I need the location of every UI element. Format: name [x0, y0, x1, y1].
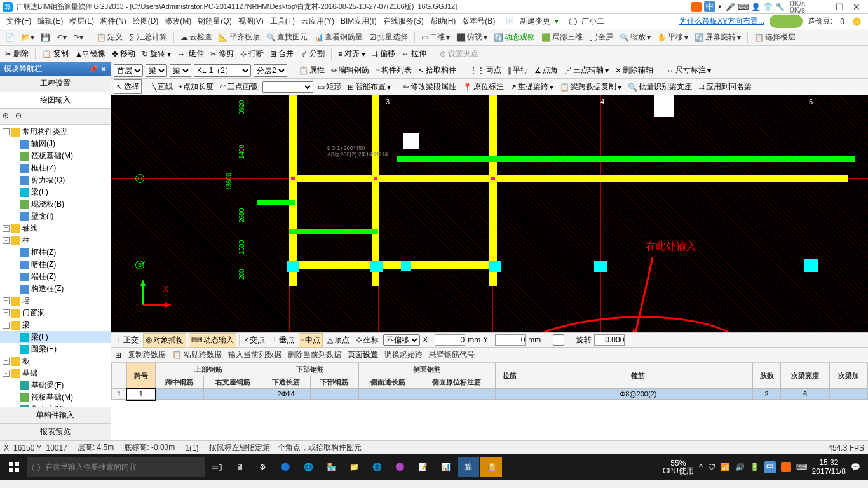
- expand-toggle-icon[interactable]: +: [3, 309, 10, 316]
- apply-same-button[interactable]: ⇉ 应用到同名梁: [696, 80, 754, 93]
- split-button[interactable]: ⫽ 分割: [297, 47, 327, 60]
- tree-item[interactable]: 基础梁(F): [0, 379, 111, 391]
- select-floor-button[interactable]: 📋 选择楼层: [752, 30, 798, 44]
- tree-expand-icon[interactable]: ⊕: [3, 111, 13, 121]
- expand-toggle-icon[interactable]: -: [3, 237, 10, 244]
- tree-item[interactable]: 构造柱(Z): [0, 283, 111, 295]
- tree-item[interactable]: 框柱(Z): [0, 162, 111, 174]
- tree-item[interactable]: 壁龛(I): [0, 210, 111, 222]
- ime-keyboard-icon[interactable]: ⌨: [738, 3, 749, 11]
- close-button[interactable]: ✕: [853, 2, 860, 12]
- ime-tool-icon[interactable]: 🔧: [775, 3, 785, 11]
- zoom-button[interactable]: 🔍 缩放 ▾: [617, 30, 653, 44]
- menu-rebar[interactable]: 钢筋量(Q): [195, 15, 234, 28]
- tray-sogou-icon[interactable]: [781, 462, 791, 472]
- rotate-checkbox[interactable]: [543, 334, 574, 346]
- panel-close-icon[interactable]: ✕: [100, 65, 107, 74]
- offset-mode-select[interactable]: 不偏移: [383, 334, 420, 346]
- taskbar-app-10[interactable]: 📊: [435, 457, 456, 477]
- activity-pill[interactable]: [770, 15, 803, 28]
- tree-item[interactable]: 筏板基础(M): [0, 150, 111, 162]
- offset-button[interactable]: ⇉ 偏移: [369, 47, 398, 60]
- table-row[interactable]: 1 1 2Φ14 Φ8@200(2) 2 6: [112, 389, 868, 400]
- perp-snap[interactable]: ⊥ 垂点: [269, 334, 296, 347]
- mod-span-attr-button[interactable]: ✏ 修改梁段属性: [401, 80, 458, 93]
- cell-tie[interactable]: [496, 389, 524, 400]
- rect-tool-button[interactable]: ▭ 矩形: [316, 80, 343, 93]
- tree-item[interactable]: +板: [0, 355, 111, 367]
- taskbar-app-12[interactable]: 📔: [480, 457, 502, 477]
- col-secwidth[interactable]: 次梁宽度: [781, 363, 829, 389]
- line-tool-button[interactable]: ╲ 直线: [150, 80, 175, 93]
- col-legs[interactable]: 肢数: [752, 363, 781, 389]
- tray-keyboard-icon[interactable]: ⌨: [796, 463, 807, 471]
- adjust-span-button[interactable]: 调换起始跨: [384, 349, 423, 360]
- taskbar-app-8[interactable]: 🟣: [389, 457, 410, 477]
- cell-secplus[interactable]: [829, 389, 867, 400]
- view-2d-button[interactable]: ▭ 二维 ▾: [419, 30, 452, 44]
- col-sidethru[interactable]: 侧面通长筋: [358, 376, 417, 389]
- parallel-button[interactable]: ∥ 平行: [506, 64, 530, 77]
- move-button[interactable]: ✥ 移动: [109, 47, 138, 60]
- pick-elem-button[interactable]: ↖ 拾取构件: [416, 64, 458, 77]
- tree-item[interactable]: 轴网(J): [0, 138, 111, 150]
- taskbar-app-9[interactable]: 📝: [412, 457, 433, 477]
- minimize-button[interactable]: —: [818, 2, 827, 12]
- page-setup-button[interactable]: 页面设置: [348, 349, 378, 360]
- find-graph-button[interactable]: 🔍 查找图元: [264, 30, 310, 44]
- define-button[interactable]: 📋 定义: [94, 30, 125, 44]
- menu-element[interactable]: 构件(N): [98, 15, 129, 28]
- cpu-widget[interactable]: 55%CPU使用: [663, 459, 694, 475]
- notification-icon[interactable]: 💬: [851, 463, 860, 471]
- rotate-button[interactable]: ↻ 旋转 ▾: [139, 47, 173, 60]
- cell-spanno[interactable]: 1: [127, 389, 156, 400]
- tab-report-preview[interactable]: 报表预览: [0, 424, 111, 440]
- expand-toggle-icon[interactable]: +: [3, 225, 10, 232]
- tree-item[interactable]: -基础: [0, 367, 111, 379]
- col-botrebar[interactable]: 下部钢筋: [262, 363, 358, 376]
- grid-options-icon[interactable]: ⊞: [115, 351, 121, 360]
- col-tie[interactable]: 拉筋: [496, 363, 524, 389]
- taskbar-app-7[interactable]: 🌐: [366, 457, 388, 477]
- tab-single-input[interactable]: 单构件输入: [0, 407, 111, 424]
- taskbar-app-5[interactable]: 🏪: [320, 457, 342, 477]
- batch-ident-button[interactable]: 🔍 批量识别梁支座: [626, 80, 694, 93]
- tray-battery-icon[interactable]: 🔋: [750, 463, 759, 471]
- col-stirrup[interactable]: 箍筋: [524, 363, 752, 389]
- vertex-snap[interactable]: △ 顶点: [325, 334, 351, 347]
- dyninput-toggle[interactable]: ⌨ 动态输入: [189, 333, 236, 348]
- cell-sideinplace[interactable]: [417, 389, 496, 400]
- three-point-arc-button[interactable]: ◠ 三点画弧: [218, 80, 260, 93]
- user-toggle[interactable]: ◯ 广小二: [566, 15, 609, 28]
- pin-icon[interactable]: 📌: [88, 65, 98, 74]
- credits-icon[interactable]: 🪙: [850, 16, 864, 27]
- input-cur-col-button[interactable]: 输入当前列数据: [228, 349, 281, 360]
- cell-legs[interactable]: 2: [752, 389, 781, 400]
- tree-item[interactable]: 梁(L): [0, 186, 111, 198]
- cell-sidethru[interactable]: [358, 389, 417, 400]
- tab-draw-input[interactable]: 绘图输入: [0, 92, 111, 109]
- tray-lang-badge[interactable]: 中: [764, 461, 776, 473]
- expand-toggle-icon[interactable]: +: [3, 297, 10, 304]
- three-point-aux-button[interactable]: ⋰ 三点辅轴 ▾: [562, 64, 611, 77]
- trim-button[interactable]: ✂ 修剪: [208, 47, 236, 60]
- point-angle-button[interactable]: ∡ 点角: [532, 64, 560, 77]
- stretch-button[interactable]: ↔ 拉伸: [399, 47, 429, 60]
- maximize-button[interactable]: ☐: [836, 2, 844, 12]
- col-botthru[interactable]: 下通长筋: [262, 376, 310, 389]
- sum-calc-button[interactable]: ∑ 汇总计算: [126, 30, 170, 44]
- new-change-button[interactable]: 📄 新建变更 ▾: [503, 15, 561, 28]
- tray-up-icon[interactable]: ^: [699, 463, 703, 471]
- menu-file[interactable]: 文件(F): [4, 15, 34, 28]
- tree-item[interactable]: 圈梁(E): [0, 343, 111, 355]
- expand-toggle-icon[interactable]: -: [3, 128, 10, 135]
- ime-mic-icon[interactable]: 🎤: [726, 3, 735, 11]
- del-aux-button[interactable]: ✕ 删除辅轴: [613, 64, 655, 77]
- col-midspan[interactable]: 跨中钢筋: [155, 376, 203, 389]
- two-point-button[interactable]: ⋮⋮ 两点: [468, 64, 503, 77]
- intersect-snap[interactable]: × 交点: [242, 334, 267, 347]
- col-sideinplace[interactable]: 侧面原位标注筋: [417, 376, 496, 389]
- task-view-icon[interactable]: ▭▯: [206, 457, 227, 477]
- expand-toggle-icon[interactable]: -: [3, 322, 10, 329]
- copy-span-data-button[interactable]: 复制跨数据: [128, 349, 166, 360]
